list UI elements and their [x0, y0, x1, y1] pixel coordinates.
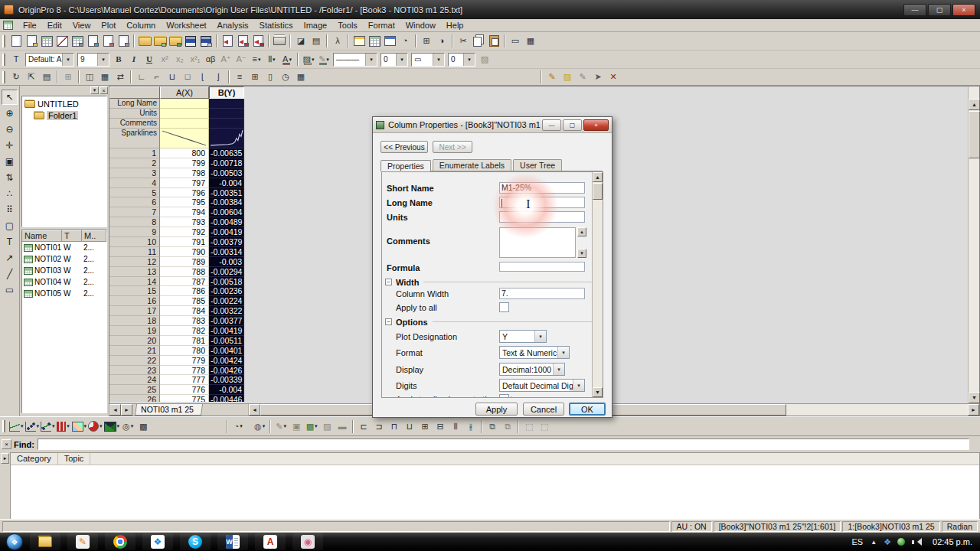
- toolbar-grip[interactable]: [2, 35, 5, 47]
- import-single-ascii-icon[interactable]: [235, 34, 250, 48]
- data-cell-b[interactable]: -0.00322: [209, 306, 244, 316]
- dock-grid-icon[interactable]: ▦: [523, 34, 538, 48]
- header-modified[interactable]: M..: [82, 230, 106, 241]
- comments-field[interactable]: [499, 227, 576, 258]
- extract-layers-icon[interactable]: ⊞: [60, 70, 76, 84]
- row-number-cell[interactable]: 1: [109, 148, 160, 158]
- units-field[interactable]: [499, 211, 585, 223]
- taskbar-app-pen[interactable]: ✎: [67, 533, 98, 550]
- add-color-scale-icon[interactable]: ▯: [263, 70, 278, 84]
- 3d-plot-icon[interactable]: ▾: [103, 419, 121, 434]
- data-cell-a[interactable]: 779: [160, 356, 209, 366]
- data-cell-b[interactable]: -0.00518: [209, 277, 244, 287]
- comments-scrollbar[interactable]: ▲ ▼: [577, 227, 586, 258]
- data-cell-a[interactable]: 791: [160, 237, 209, 247]
- data-cell-a[interactable]: 787: [160, 277, 209, 287]
- axes-box-icon[interactable]: □: [180, 70, 195, 84]
- comments-b-cell[interactable]: [209, 119, 244, 129]
- volume-icon[interactable]: [912, 538, 922, 546]
- vscroll-thumb[interactable]: [969, 111, 980, 158]
- taskbar-app-dropbox[interactable]: ❖: [142, 533, 173, 550]
- increase-font-icon[interactable]: A⁺: [218, 52, 234, 67]
- row-number-cell[interactable]: 9: [109, 227, 160, 237]
- digitizer-icon[interactable]: ⊞: [419, 34, 434, 48]
- data-cell-b[interactable]: -0.00339: [209, 375, 244, 385]
- pointer-mode-icon[interactable]: ➤: [590, 70, 606, 84]
- data-cell-a[interactable]: 795: [160, 197, 209, 207]
- align-top-objects-icon[interactable]: ⊓: [387, 419, 402, 434]
- decrease-font-icon[interactable]: A⁻: [234, 52, 249, 67]
- axes-left-bottom-icon[interactable]: ⌊: [195, 70, 211, 84]
- erase-tool-icon[interactable]: ✕: [606, 70, 621, 84]
- arrow-tool-tool-icon[interactable]: ↗: [2, 250, 18, 266]
- chevron-down-icon[interactable]: ▾: [97, 54, 109, 66]
- close-button[interactable]: ×: [952, 4, 975, 16]
- rectangle-tool-tool-icon[interactable]: ▭: [2, 282, 18, 298]
- arrange-layers-icon[interactable]: ▦: [97, 70, 113, 84]
- update-tray-icon[interactable]: [897, 538, 905, 546]
- row-number-cell[interactable]: 13: [109, 267, 160, 277]
- font-color-icon[interactable]: A▾: [279, 52, 295, 67]
- toolbar-grip[interactable]: [2, 71, 5, 83]
- format-font-icon[interactable]: T: [8, 52, 24, 67]
- row-number-cell[interactable]: 3: [109, 168, 160, 178]
- distribute-h-icon[interactable]: ⫴: [448, 419, 463, 434]
- toolbar-grip[interactable]: [2, 420, 5, 432]
- row-number-cell[interactable]: 24: [109, 375, 160, 385]
- data-cell-a[interactable]: 790: [160, 247, 209, 257]
- zoom-out-tool-icon[interactable]: ⊖: [2, 122, 18, 137]
- data-cell-b[interactable]: -0.00236: [209, 286, 244, 296]
- cancel-button[interactable]: Cancel: [523, 403, 564, 416]
- bring-front-icon[interactable]: ⧉: [485, 419, 500, 434]
- brush-tool-icon[interactable]: ✎▾: [273, 419, 289, 434]
- row-number-cell[interactable]: 21: [109, 346, 160, 356]
- comments-scroll-up[interactable]: ▲: [577, 227, 586, 236]
- polar-plot-icon[interactable]: ◎▾: [120, 419, 136, 434]
- row-number-cell[interactable]: 6: [109, 197, 160, 207]
- new-layout-icon[interactable]: [100, 34, 116, 48]
- pointer-tool-icon[interactable]: ↖: [2, 90, 18, 105]
- new-folder-icon[interactable]: [24, 34, 39, 48]
- chevron-down-icon[interactable]: ▾: [396, 54, 407, 66]
- data-cell-a[interactable]: 798: [160, 168, 209, 178]
- column-header-a[interactable]: A(X): [160, 86, 209, 99]
- data-cell-b[interactable]: -0.00351: [209, 188, 244, 198]
- copy-icon[interactable]: [471, 34, 486, 48]
- data-cell-a[interactable]: 776: [160, 385, 209, 395]
- start-button[interactable]: ❖: [6, 533, 23, 550]
- data-cell-a[interactable]: 786: [160, 286, 209, 296]
- scroll-down-button[interactable]: ▼: [969, 392, 980, 403]
- scroll-left-button[interactable]: ◄: [249, 404, 260, 416]
- sparkline-b[interactable]: [209, 129, 244, 148]
- row-number-cell[interactable]: 11: [109, 247, 160, 257]
- dialog-close-button[interactable]: ×: [583, 119, 609, 131]
- new-project-icon[interactable]: [8, 34, 24, 48]
- row-number-cell[interactable]: 8: [109, 217, 160, 227]
- data-cell-b[interactable]: -0.00511: [209, 336, 244, 346]
- axes-bottom-left-icon[interactable]: ∟: [134, 70, 149, 84]
- toolbar-grip[interactable]: [2, 54, 5, 66]
- dialog-scroll-up[interactable]: ▲: [593, 172, 603, 182]
- taskbar-app-explorer[interactable]: [30, 533, 60, 550]
- short-name-field[interactable]: M1-25%: [499, 182, 585, 194]
- theme-tool-icon[interactable]: ▣: [289, 419, 304, 434]
- tree-item-untitled[interactable]: UNTITLED: [22, 98, 106, 109]
- chevron-down-icon[interactable]: ▾: [463, 54, 475, 66]
- frame-width-combo[interactable]: 0▾: [448, 53, 475, 67]
- menu-item-analysis[interactable]: Analysis: [212, 20, 254, 31]
- data-cell-a[interactable]: 796: [160, 188, 209, 198]
- snap-cursor-icon[interactable]: ◑: [434, 34, 449, 48]
- chevron-down-icon[interactable]: ▾: [62, 54, 74, 66]
- merge-graphs-icon[interactable]: ◫: [82, 70, 97, 84]
- group-objects-icon[interactable]: ⬚: [521, 419, 537, 434]
- comments-a-cell[interactable]: [160, 119, 209, 129]
- tab-scroll-left[interactable]: ◄: [109, 404, 121, 416]
- import-wizard-icon[interactable]: [220, 34, 235, 48]
- sparkline-a[interactable]: [160, 129, 209, 148]
- results-log-icon[interactable]: [367, 34, 382, 48]
- data-cell-b[interactable]: -0.00635: [209, 148, 244, 158]
- new-workbook-icon[interactable]: [39, 34, 54, 48]
- data-cell-b[interactable]: -0.00384: [209, 197, 244, 207]
- mask-points-tool-icon[interactable]: ∴: [2, 186, 18, 201]
- tab-enumerate-labels[interactable]: Enumerate Labels: [433, 159, 511, 171]
